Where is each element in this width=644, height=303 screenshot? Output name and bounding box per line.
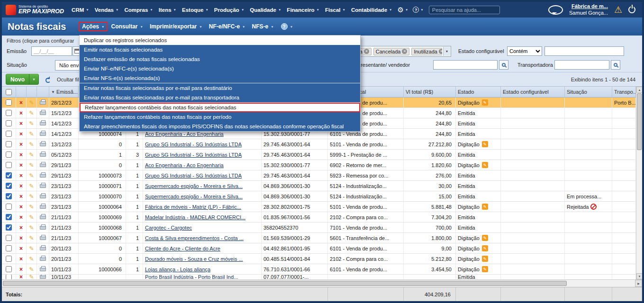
- edit-row-icon[interactable]: ✎: [27, 191, 37, 201]
- menu-nfs-e[interactable]: NFS-e▼: [249, 22, 277, 31]
- menu-item-refazer-lan-amentos-cont-beis-das-notas-[interactable]: Refazer lançamentos contábeis das notas …: [80, 112, 360, 122]
- delete-row-icon[interactable]: ×: [16, 254, 27, 264]
- topbar-menu-compras[interactable]: Compras▼: [121, 7, 155, 13]
- table-row[interactable]: ×✎13/12/2301Grupo SG Industrial - SG Ind…: [2, 139, 636, 150]
- edit-row-icon[interactable]: ✎: [27, 212, 37, 222]
- company-link[interactable]: Fábrica de m...: [569, 3, 608, 10]
- help-search-input[interactable]: [429, 6, 500, 14]
- digitacao-edit-icon[interactable]: ✎: [482, 141, 488, 147]
- table-row[interactable]: ×✎20/11/2301Cliente do Acre - Cliente do…: [2, 243, 636, 254]
- print-row-icon[interactable]: [37, 118, 49, 128]
- table-row[interactable]: ×✎21/11/23100000671Costa & Silva empreen…: [2, 233, 636, 243]
- delete-row-icon[interactable]: ×: [16, 264, 27, 274]
- delete-row-icon[interactable]: ×: [16, 191, 27, 201]
- menu-item-desfazer-emiss-o-de-notas-fiscais-seleci[interactable]: Desfazer emissão de notas fiscais seleci…: [80, 54, 360, 64]
- row-checkbox[interactable]: [6, 183, 12, 189]
- vertical-scrollbar[interactable]: ▲ ▼: [636, 87, 642, 279]
- digitacao-edit-icon[interactable]: ✎: [482, 162, 488, 168]
- destinatario-link[interactable]: Aco Engenharia - Aco Engenharia: [145, 162, 224, 168]
- app-logo[interactable]: Sistema de gestão ERP MAXIPROD: [6, 5, 64, 15]
- destinatario-link[interactable]: Grupo SG Industrial - SG Indústrias LTDA: [145, 173, 242, 178]
- print-row-icon[interactable]: [37, 264, 49, 274]
- vertical-scroll-thumb[interactable]: [637, 93, 642, 150]
- horizontal-scrollbar[interactable]: ▶: [2, 279, 642, 287]
- table-row[interactable]: ×✎20/11/2301Dourado móveis - Souza e Cru…: [2, 254, 636, 264]
- header-vl-total[interactable]: Vl total (R$): [404, 87, 456, 97]
- chip-remove-icon[interactable]: ×: [439, 49, 442, 54]
- destinatario-link[interactable]: Porto Brasil Indústria - Porto Brasil In…: [145, 275, 238, 279]
- delete-row-icon[interactable]: ×: [16, 98, 27, 107]
- topbar-menu-vendas[interactable]: Vendas▼: [92, 7, 122, 13]
- print-row-icon[interactable]: [37, 139, 49, 149]
- topbar-menu-fiscal[interactable]: Fiscal▼: [322, 7, 348, 13]
- print-row-icon[interactable]: [37, 223, 49, 232]
- header-emissao[interactable]: ▼Emissã...: [49, 87, 79, 97]
- topbar-menu-crm[interactable]: CRM▼: [69, 7, 92, 13]
- delete-row-icon[interactable]: ×: [16, 108, 27, 118]
- emissao-from-input[interactable]: [31, 46, 72, 56]
- menu-item-enviar-nfs-e-s-selecionada-s[interactable]: Enviar NFS-e(s) selecionada(s): [80, 73, 360, 83]
- delete-row-icon[interactable]: ×: [16, 243, 27, 253]
- chevron-down-icon[interactable]: ▼: [443, 47, 450, 56]
- menu-nf-e-nfc-e[interactable]: NF-e/NFC-e▼: [206, 22, 249, 31]
- help-menu[interactable]: ?▼: [410, 7, 426, 13]
- print-row-icon[interactable]: [37, 150, 49, 160]
- row-checkbox[interactable]: [6, 256, 12, 262]
- logout-icon[interactable]: [628, 6, 635, 13]
- delete-row-icon[interactable]: ×: [16, 233, 27, 243]
- edit-row-icon[interactable]: ✎: [27, 181, 37, 191]
- table-row[interactable]: ×✎29/11/23100000731Grupo SG Industrial -…: [2, 170, 636, 181]
- print-row-icon[interactable]: [37, 212, 49, 222]
- row-checkbox[interactable]: [6, 193, 12, 199]
- menu-a-es[interactable]: Ações▼: [79, 22, 108, 31]
- destinatario-link[interactable]: Fábrica de móveis - Matriz (LP) - Fábric…: [145, 204, 241, 210]
- menu-item-alterar-preenchimentos-fiscais-dos-impos[interactable]: Alterar preenchimentos fiscais dos impos…: [80, 122, 360, 131]
- chat-icon[interactable]: [548, 5, 563, 15]
- edit-row-icon[interactable]: ✎: [27, 139, 37, 149]
- print-row-icon[interactable]: [37, 243, 49, 253]
- destinatario-link[interactable]: Dourado móveis - Souza e Cruz móveis ...: [145, 256, 243, 262]
- menu-consultar[interactable]: Consultar▼: [108, 22, 146, 31]
- row-checkbox[interactable]: [6, 214, 12, 220]
- chip-remove-icon[interactable]: ×: [402, 49, 407, 54]
- row-checkbox[interactable]: [6, 245, 12, 251]
- menu-item-enviar-notas-fiscais-selecionadas-por-e-[interactable]: Enviar notas fiscais selecionadas por e-…: [80, 93, 360, 102]
- table-row[interactable]: ×✎23/11/23100000711Supermercado espigão …: [2, 181, 636, 191]
- edit-row-icon[interactable]: ✎: [27, 275, 37, 279]
- row-checkbox[interactable]: [6, 275, 12, 279]
- row-checkbox[interactable]: [6, 172, 12, 178]
- edit-row-icon[interactable]: ✎: [27, 243, 37, 253]
- delete-row-icon[interactable]: ×: [16, 275, 27, 279]
- filters-title[interactable]: Filtros (clique para configurar: [7, 38, 74, 44]
- topbar-menu-itens[interactable]: Itens▼: [156, 7, 179, 13]
- edit-row-icon[interactable]: ✎: [27, 233, 37, 243]
- representante-input[interactable]: [433, 60, 498, 70]
- edit-row-icon[interactable]: ✎: [27, 150, 37, 160]
- destinatario-link[interactable]: Supermercado espigão - Moreira e Silva..…: [145, 194, 243, 199]
- table-row[interactable]: ×✎23/11/23100000701Supermercado espigão …: [2, 191, 636, 202]
- warning-icon[interactable]: ⚠: [614, 5, 622, 14]
- row-checkbox[interactable]: [6, 152, 12, 158]
- print-row-icon[interactable]: [37, 160, 49, 170]
- edit-row-icon[interactable]: ✎: [27, 202, 37, 212]
- edit-row-icon[interactable]: ✎: [27, 264, 37, 274]
- header-estado[interactable]: Estado: [456, 87, 501, 97]
- menu-item-enviar-notas-fiscais-selecionadas-por-e-[interactable]: Enviar notas fiscais selecionadas por e-…: [80, 83, 360, 93]
- row-checkbox[interactable]: [6, 110, 12, 116]
- table-row[interactable]: ×✎29/11/2301Aco Engenharia - Aco Engenha…: [2, 160, 636, 170]
- destinatario-link[interactable]: Grupo SG Industrial - SG Indústrias LTDA: [145, 152, 242, 158]
- scroll-up-icon[interactable]: ▲: [636, 87, 642, 93]
- delete-row-icon[interactable]: ×: [16, 118, 27, 128]
- table-row[interactable]: ×✎21/11/23100000691Madelar Indústria - M…: [2, 212, 636, 223]
- menu-item-duplicar-os-registros-selecionados[interactable]: Duplicar os registros selecionados: [80, 36, 360, 45]
- print-row-icon[interactable]: [37, 170, 49, 180]
- delete-row-icon[interactable]: ×: [16, 202, 27, 212]
- topbar-menu-contabilidade[interactable]: Contabilidade▼: [348, 7, 395, 13]
- print-row-icon[interactable]: [37, 202, 49, 212]
- scroll-down-icon[interactable]: ▼: [636, 273, 642, 279]
- row-checkbox[interactable]: [6, 224, 12, 231]
- page-help-icon[interactable]: ?: [281, 23, 288, 30]
- delete-row-icon[interactable]: ×: [16, 223, 27, 232]
- delete-row-icon[interactable]: ×: [16, 150, 27, 160]
- delete-row-icon[interactable]: ×: [16, 181, 27, 191]
